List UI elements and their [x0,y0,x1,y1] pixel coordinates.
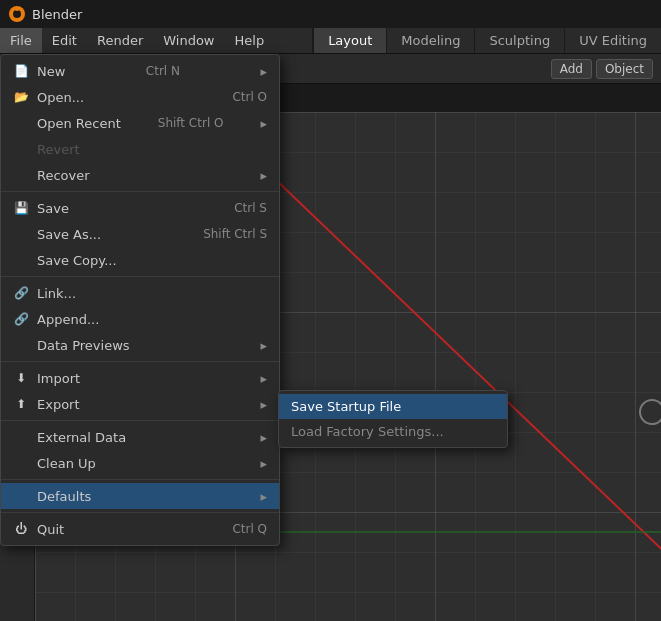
recover-label: Recover [37,168,90,183]
export-icon: ⬆ [13,396,29,412]
menu-window[interactable]: Window [153,28,224,53]
file-menu-dropdown: 📄 New Ctrl N ▸ 📂 Open... Ctrl O Open Rec… [0,54,280,546]
save-startup-file-item[interactable]: Save Startup File [279,394,507,419]
sep1 [1,191,279,192]
new-arrow: ▸ [260,64,267,79]
quit-label: Quit [37,522,64,537]
file-menu-quit[interactable]: ⏻ Quit Ctrl Q [1,516,279,542]
defaults-arrow: ▸ [260,489,267,504]
object-button[interactable]: Object [596,59,653,79]
load-factory-settings-item[interactable]: Load Factory Settings... [279,419,507,444]
open-shortcut: Ctrl O [232,90,267,104]
export-arrow: ▸ [260,397,267,412]
file-menu-save-copy[interactable]: Save Copy... [1,247,279,273]
recover-arrow: ▸ [260,168,267,183]
save-as-icon [13,226,29,242]
open-recent-shortcut: Shift Ctrl O [158,116,224,130]
link-icon: 🔗 [13,285,29,301]
export-label: Export [37,397,80,412]
menu-bar: File Edit Render Window Help Layout Mode… [0,28,661,54]
load-factory-label: Load Factory Settings... [291,424,444,439]
title-bar: Blender [0,0,661,28]
sep2 [1,276,279,277]
save-icon: 💾 [13,200,29,216]
file-menu-data-previews[interactable]: Data Previews ▸ [1,332,279,358]
new-label: New [37,64,65,79]
open-label: Open... [37,90,84,105]
file-menu-save[interactable]: 💾 Save Ctrl S [1,195,279,221]
recover-icon [13,167,29,183]
file-menu-save-as[interactable]: Save As... Shift Ctrl S [1,221,279,247]
sep4 [1,420,279,421]
data-previews-arrow: ▸ [260,338,267,353]
menu-edit[interactable]: Edit [42,28,87,53]
file-menu-import[interactable]: ⬇ Import ▸ [1,365,279,391]
save-copy-label: Save Copy... [37,253,117,268]
external-data-arrow: ▸ [260,430,267,445]
file-menu-revert[interactable]: Revert [1,136,279,162]
save-as-shortcut: Shift Ctrl S [203,227,267,241]
data-previews-icon [13,337,29,353]
defaults-icon [13,488,29,504]
append-icon: 🔗 [13,311,29,327]
file-menu-recover[interactable]: Recover ▸ [1,162,279,188]
file-menu-export[interactable]: ⬆ Export ▸ [1,391,279,417]
sep5 [1,479,279,480]
file-menu-new[interactable]: 📄 New Ctrl N ▸ [1,58,279,84]
open-recent-icon [13,115,29,131]
external-data-icon [13,429,29,445]
tab-layout[interactable]: Layout [313,28,386,53]
defaults-label: Defaults [37,489,91,504]
open-recent-label: Open Recent [37,116,121,131]
file-menu-link[interactable]: 🔗 Link... [1,280,279,306]
save-startup-label: Save Startup File [291,399,401,414]
new-icon: 📄 [13,63,29,79]
tab-sculpting[interactable]: Sculpting [474,28,564,53]
clean-up-arrow: ▸ [260,456,267,471]
save-copy-icon [13,252,29,268]
save-label: Save [37,201,69,216]
sep3 [1,361,279,362]
file-menu-clean-up[interactable]: Clean Up ▸ [1,450,279,476]
file-menu-defaults[interactable]: Defaults ▸ [1,483,279,509]
save-shortcut: Ctrl S [234,201,267,215]
file-menu-open-recent[interactable]: Open Recent Shift Ctrl O ▸ [1,110,279,136]
tab-modeling[interactable]: Modeling [386,28,474,53]
file-menu-open[interactable]: 📂 Open... Ctrl O [1,84,279,110]
revert-icon [13,141,29,157]
app-logo [8,5,26,23]
external-data-label: External Data [37,430,126,445]
import-label: Import [37,371,80,386]
clean-up-label: Clean Up [37,456,96,471]
file-menu-external-data[interactable]: External Data ▸ [1,424,279,450]
import-arrow: ▸ [260,371,267,386]
svg-point-1 [13,10,21,18]
append-label: Append... [37,312,99,327]
import-icon: ⬇ [13,370,29,386]
quit-icon: ⏻ [13,521,29,537]
svg-point-2 [15,7,19,11]
clean-up-icon [13,455,29,471]
data-previews-label: Data Previews [37,338,130,353]
save-as-label: Save As... [37,227,101,242]
app-title: Blender [32,7,82,22]
open-recent-arrow: ▸ [260,116,267,131]
file-menu: 📄 New Ctrl N ▸ 📂 Open... Ctrl O Open Rec… [0,54,280,546]
add-button[interactable]: Add [551,59,592,79]
menu-help[interactable]: Help [225,28,275,53]
new-shortcut: Ctrl N [146,64,180,78]
menu-file[interactable]: File [0,28,42,53]
revert-label: Revert [37,142,80,157]
link-label: Link... [37,286,76,301]
open-icon: 📂 [13,89,29,105]
sep6 [1,512,279,513]
quit-shortcut: Ctrl Q [232,522,267,536]
file-menu-append[interactable]: 🔗 Append... [1,306,279,332]
tab-uv-editing[interactable]: UV Editing [564,28,661,53]
menu-render[interactable]: Render [87,28,153,53]
defaults-submenu: Save Startup File Load Factory Settings.… [278,390,508,448]
